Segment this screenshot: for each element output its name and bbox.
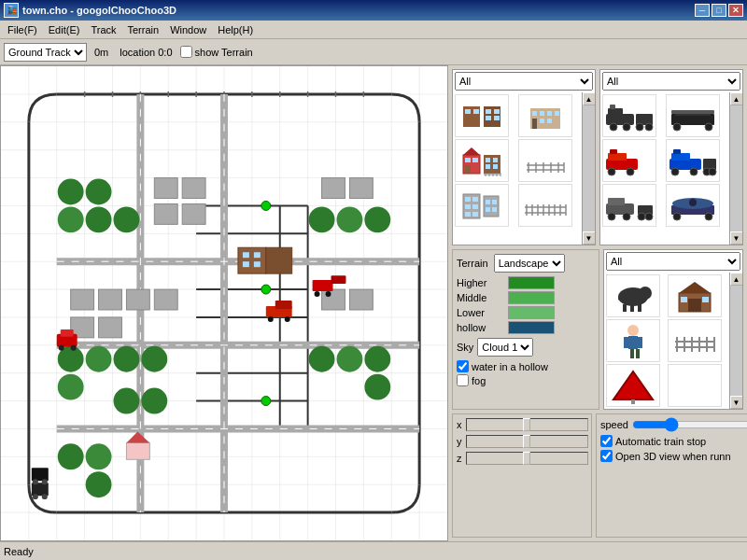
water-hollow-checkbox[interactable] (457, 360, 469, 372)
scroll-up-right[interactable]: ▲ (730, 92, 743, 105)
sprite-item-empty[interactable] (668, 364, 722, 407)
show-terrain-label: show Terrain (195, 47, 253, 58)
svg-rect-72 (99, 289, 122, 310)
svg-point-122 (261, 285, 271, 294)
sprite-item[interactable] (518, 94, 572, 137)
svg-rect-140 (540, 111, 544, 116)
y-label: y (457, 436, 462, 447)
svg-point-199 (636, 123, 643, 131)
svg-rect-145 (532, 119, 537, 129)
maximize-button[interactable]: □ (712, 4, 726, 17)
svg-rect-149 (472, 158, 478, 162)
sprite-item-barn[interactable] (668, 274, 722, 317)
left-sprite-filter[interactable]: All Buildings Trees (455, 72, 593, 91)
svg-point-94 (364, 206, 390, 232)
sprite-item-sign[interactable] (606, 364, 660, 407)
svg-rect-210 (610, 149, 617, 154)
svg-marker-256 (613, 371, 653, 399)
svg-rect-172 (484, 196, 499, 217)
minimize-button[interactable]: ─ (695, 4, 710, 17)
y-coord-row: y (457, 435, 587, 448)
sprite-item[interactable] (455, 184, 509, 227)
scroll-down-br[interactable]: ▼ (730, 396, 743, 409)
open-3d-row: Open 3D view when runn (600, 450, 747, 462)
sprite-item[interactable] (602, 139, 656, 182)
show-terrain-checkbox[interactable] (180, 46, 192, 58)
right-sprite-filter[interactable]: All Trains Wagons (602, 72, 740, 91)
svg-rect-136 (486, 116, 491, 120)
menu-track[interactable]: Track (85, 22, 121, 37)
terrain-hollow-color[interactable] (508, 321, 555, 334)
svg-rect-144 (547, 119, 552, 123)
terrain-preset-select[interactable]: Landscape Desert Arctic (494, 254, 565, 273)
svg-point-96 (86, 346, 112, 372)
svg-point-100 (113, 388, 139, 414)
svg-rect-175 (465, 204, 471, 209)
svg-rect-154 (493, 158, 498, 162)
svg-point-204 (705, 123, 712, 131)
map-svg (1, 66, 447, 540)
sprite-item[interactable] (666, 184, 720, 227)
svg-point-104 (364, 346, 390, 372)
svg-point-218 (709, 168, 716, 175)
sprite-item[interactable] (602, 184, 656, 227)
menu-bar: File(F) Edit(E) Track Terrain Window Hel… (0, 21, 747, 39)
svg-point-221 (623, 213, 630, 220)
svg-rect-114 (331, 275, 346, 284)
menu-file[interactable]: File(F) (2, 22, 43, 37)
sprite-item[interactable] (666, 139, 720, 182)
fog-checkbox[interactable] (457, 374, 469, 386)
sprite-item[interactable] (602, 94, 656, 137)
map-canvas[interactable] (0, 65, 448, 541)
open-3d-checkbox[interactable] (600, 450, 613, 462)
bottom-right-scrollbar[interactable]: ▲ ▼ (729, 273, 742, 409)
sprite-item-person[interactable] (606, 319, 660, 362)
sprite-item[interactable] (518, 139, 572, 182)
terrain-higher-color[interactable] (508, 276, 555, 289)
svg-point-106 (58, 443, 84, 469)
svg-point-200 (645, 123, 653, 131)
speed-slider[interactable] (632, 418, 747, 431)
y-slider[interactable] (466, 435, 588, 448)
terrain-lower-color[interactable] (508, 306, 555, 319)
sprite-item[interactable] (455, 139, 509, 182)
sky-select[interactable]: Cloud 1 Cloud 2 Clear Night (477, 338, 533, 357)
sprite-item-cow[interactable] (606, 274, 660, 317)
svg-point-119 (268, 316, 274, 322)
sprite-item[interactable] (518, 184, 572, 227)
svg-rect-148 (465, 158, 471, 162)
svg-point-126 (33, 479, 38, 484)
close-button[interactable]: ✕ (728, 4, 743, 17)
menu-edit[interactable]: Edit(E) (43, 22, 86, 37)
svg-point-128 (33, 494, 38, 499)
svg-point-103 (336, 346, 362, 372)
bottom-right-sprite-filter[interactable]: All Animals People (606, 252, 740, 271)
svg-rect-243 (628, 336, 638, 349)
right-sprite-scrollbar[interactable]: ▲ ▼ (729, 92, 742, 245)
menu-window[interactable]: Window (164, 22, 212, 37)
left-sprite-scrollbar[interactable]: ▲ ▼ (582, 92, 595, 245)
sprite-item[interactable] (666, 94, 720, 137)
sprite-item-fence[interactable] (668, 319, 722, 362)
show-terrain-check[interactable]: show Terrain (180, 46, 253, 58)
svg-point-101 (141, 388, 167, 414)
scroll-down[interactable]: ▼ (583, 231, 596, 245)
menu-help[interactable]: Help(H) (212, 22, 259, 37)
scroll-track-right (730, 105, 742, 231)
menu-terrain[interactable]: Terrain (122, 22, 165, 37)
scroll-up[interactable]: ▲ (583, 92, 596, 105)
terrain-middle-color[interactable] (508, 291, 555, 304)
z-slider[interactable] (466, 452, 588, 465)
svg-rect-180 (492, 200, 497, 204)
x-slider[interactable] (466, 418, 588, 431)
scroll-down-right[interactable]: ▼ (730, 231, 743, 245)
svg-point-116 (326, 291, 331, 297)
svg-rect-142 (555, 111, 559, 116)
left-sprite-header: All Buildings Trees (453, 70, 595, 92)
auto-stop-checkbox[interactable] (600, 435, 613, 447)
view-select[interactable]: Ground Track Aerial View 3D View (4, 43, 87, 62)
scroll-up-br[interactable]: ▲ (730, 273, 743, 286)
sprite-item[interactable] (455, 94, 509, 137)
svg-rect-150 (465, 165, 471, 173)
open-3d-label: Open 3D view when runn (615, 451, 731, 462)
